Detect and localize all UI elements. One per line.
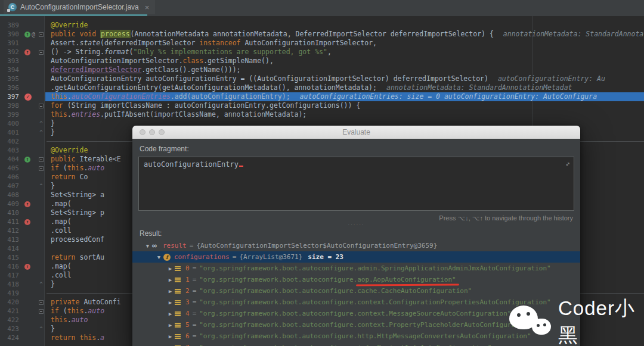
debugger-inline-hint: autoConfigurationEntry: Au [498, 74, 605, 83]
line-number: 400 [0, 119, 21, 128]
result-tree-row[interactable]: ▼∞result={AutoConfigurationImportSelecto… [132, 240, 580, 251]
line-number: 402 [0, 137, 21, 146]
node-string-value: "org.springframework.boot.autoconfigure.… [199, 287, 472, 295]
expand-arrow-icon[interactable]: ▶ [166, 277, 175, 283]
equals-sign: = [230, 253, 240, 261]
code-text: Set<String> p [51, 208, 104, 217]
node-string-value: "org.springframework.boot.autoconfigure.… [199, 332, 531, 340]
debugger-inline-hint: autoConfigurationEntries: size = 0 autoC… [300, 92, 597, 101]
splitter-handle[interactable] [138, 222, 574, 229]
ide-window: C AutoConfigurationImportSelector.java ×… [0, 0, 644, 346]
debugger-inline-hint: annotationMetadata: StandardAnnotationMe… [386, 83, 572, 92]
expand-arrow-icon[interactable]: ▶ [166, 322, 175, 328]
code-text: .map( [51, 262, 72, 271]
code-text: .map( [51, 217, 72, 226]
code-text: if (this.auto [51, 307, 104, 316]
result-tree-row[interactable]: ▶1="org.springframework.boot.autoconfigu… [132, 274, 580, 285]
code-text: return sortAu [51, 253, 104, 262]
overridden-method-icon[interactable]: ↑ [24, 219, 30, 225]
code-line[interactable]: 398 for (String importClassName : autoCo… [0, 101, 644, 110]
line-number: 419 [0, 289, 21, 298]
code-line[interactable]: 396 .getAutoConfigurationEntry(getAutoCo… [0, 83, 644, 92]
overrides-method-icon[interactable]: ↑ [24, 32, 30, 38]
collapse-arrow-icon[interactable]: ▼ [143, 243, 152, 249]
fold-marker[interactable]: ^ [37, 128, 45, 137]
code-fragment-input[interactable]: autoConfigurationEntry ↔ [138, 157, 574, 211]
line-number: 394 [0, 66, 21, 74]
expand-arrow-icon[interactable]: ▶ [166, 288, 175, 294]
fold-marker[interactable] [37, 155, 45, 164]
expand-arrow-icon[interactable]: ▶ [166, 333, 175, 339]
code-text: .map( [51, 200, 72, 208]
expand-arrow-icon[interactable]: ▶ [166, 311, 175, 317]
fold-marker[interactable] [37, 307, 45, 316]
overridden-method-icon[interactable]: ↑ [24, 49, 30, 55]
code-text: this.entries.putIfAbsent(importClassName… [51, 110, 306, 119]
code-line[interactable]: 392↑ () -> String.format("Only %s implem… [0, 48, 644, 57]
watch-result-icon: ∞ [152, 242, 163, 250]
code-text: AutoConfigurationEntry autoConfiguration… [51, 74, 488, 83]
line-number: 399 [0, 110, 21, 119]
code-line[interactable]: 399 this.entries.putIfAbsent(importClass… [0, 110, 644, 119]
code-text: return Co [51, 173, 88, 182]
code-line[interactable]: 397✓ this.autoConfigurationEntries.add(a… [0, 92, 644, 101]
fold-marker[interactable]: ^ [37, 182, 45, 191]
dialog-titlebar[interactable]: Evaluate [132, 126, 580, 139]
code-line[interactable]: 391 Assert.state(deferredImportSelector … [0, 39, 644, 48]
code-line[interactable]: 393 AutoConfigurationImportSelector.clas… [0, 57, 644, 66]
expand-icon[interactable]: ↔ [563, 159, 572, 168]
collapse-arrow-icon[interactable]: ▼ [154, 254, 163, 260]
fold-marker[interactable] [37, 30, 45, 39]
equals-sign: = [187, 242, 197, 250]
tab-autoconfigurationimportselector-java[interactable]: C AutoConfigurationImportSelector.java × [4, 0, 155, 14]
code-text: } [51, 119, 55, 128]
breakpoint-icon[interactable]: ✓ [24, 93, 32, 101]
equals-sign: = [190, 287, 200, 295]
equals-sign: = [190, 321, 200, 329]
fold-marker[interactable]: ^ [37, 325, 45, 333]
code-line[interactable]: 389 @Override [0, 21, 644, 30]
node-string-value: "org.springframework.boot.autoconfigure.… [199, 344, 491, 346]
fold-marker[interactable]: ^ [37, 119, 45, 128]
watermark-text: Coder小黑 [558, 295, 644, 346]
java-class-icon: C [8, 3, 17, 11]
fold-marker[interactable] [37, 48, 45, 57]
node-name: 2 [185, 287, 190, 295]
overridden-method-icon[interactable]: ↑ [24, 264, 30, 270]
line-number: 409 [0, 200, 21, 208]
code-line[interactable]: 395 AutoConfigurationEntry autoConfigura… [0, 74, 644, 83]
result-tree-row[interactable]: ▶0="org.springframework.boot.autoconfigu… [132, 263, 580, 274]
window-close-button[interactable] [140, 129, 145, 135]
line-number: 406 [0, 173, 21, 182]
line-number: 420 [0, 298, 21, 307]
overrides-method-icon[interactable]: ↑ [24, 157, 30, 163]
line-number: 405 [0, 164, 21, 173]
fold-marker[interactable] [37, 164, 45, 173]
line-number: 407 [0, 182, 21, 191]
fold-marker[interactable]: ^ [37, 280, 45, 289]
close-icon[interactable]: × [145, 4, 150, 11]
line-number: 390 [0, 30, 21, 39]
code-text: AutoConfigurationImportSelector.class.ge… [51, 57, 274, 66]
fold-marker[interactable] [37, 298, 45, 307]
history-hint: Press ⌥↓, ⌥↑ to navigate through the his… [138, 214, 574, 222]
line-number: 392 [0, 48, 21, 57]
code-line[interactable]: 390↑@ public void process(AnnotationMeta… [0, 30, 644, 39]
line-number: 423 [0, 325, 21, 333]
window-minimize-button[interactable] [149, 129, 155, 135]
fold-marker[interactable] [37, 101, 45, 110]
result-tree-row[interactable]: ▼fconfigurations={ArrayList@3671}size = … [132, 251, 580, 263]
code-text: } [51, 182, 55, 191]
window-zoom-button[interactable] [159, 129, 165, 135]
debugger-inline-hint: annotationMetadata: StandardAnnotationMe… [503, 30, 644, 39]
expand-arrow-icon[interactable]: ▶ [166, 300, 175, 306]
equals-sign: = [190, 264, 200, 272]
node-name: 6 [185, 332, 190, 340]
expand-arrow-icon[interactable]: ▶ [166, 266, 175, 272]
overridden-method-icon[interactable]: ↑ [24, 201, 30, 207]
line-number: 415 [0, 253, 21, 262]
gutter-icons: ↑ [21, 219, 37, 225]
code-line[interactable]: 394 deferredImportSelector.getClass().ge… [0, 66, 644, 74]
gutter-icons: ↑ [21, 157, 37, 163]
line-number: 397 [0, 92, 21, 101]
